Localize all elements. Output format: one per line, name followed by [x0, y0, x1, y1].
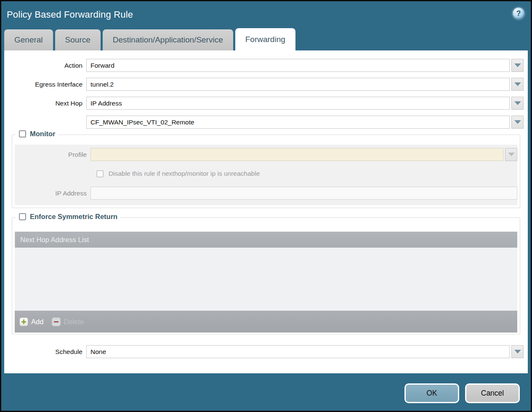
next-hop-dropdown-button[interactable] [511, 97, 524, 110]
tab-forwarding-label: Forwarding [245, 35, 285, 44]
next-hop-value: IP Address [90, 100, 122, 107]
tab-source-label: Source [65, 35, 90, 45]
action-combo: Forward [86, 59, 524, 72]
egress-interface-label: Egress Interface [4, 81, 86, 88]
next-hop-address-row: CF_MWAN_IPsec_VTI_02_Remote [4, 116, 528, 129]
next-hop-address-combo: CF_MWAN_IPsec_VTI_02_Remote [86, 116, 524, 129]
monitor-checkbox[interactable] [19, 130, 26, 137]
monitor-title: Monitor [30, 130, 55, 138]
delete-button: Delete [52, 317, 84, 326]
next-hop-address-list-header: Next Hop Address List [15, 232, 517, 248]
egress-interface-row: Egress Interface tunnel.2 [4, 78, 528, 91]
tab-forwarding[interactable]: Forwarding [235, 28, 295, 50]
chevron-down-icon [514, 101, 521, 105]
egress-interface-dropdown-button[interactable] [511, 78, 524, 91]
next-hop-address-list-header-label: Next Hop Address List [20, 236, 89, 244]
action-select[interactable]: Forward [86, 59, 510, 72]
monitor-ip-address-input [90, 187, 517, 200]
tab-general-label: General [14, 35, 43, 45]
next-hop-address-list-table: Next Hop Address List Add Delete [15, 232, 517, 333]
monitor-panel: Profile Disable this rule if nexthop/mon… [15, 145, 517, 205]
tab-destination-label: Destination/Application/Service [113, 35, 223, 45]
cancel-button-label: Cancel [481, 389, 504, 398]
action-value: Forward [90, 62, 114, 69]
tab-bar: General Source Destination/Application/S… [1, 28, 531, 50]
next-hop-row: Next Hop IP Address [4, 97, 528, 110]
next-hop-address-value: CF_MWAN_IPsec_VTI_02_Remote [90, 119, 194, 126]
monitor-ip-address-row: IP Address [15, 187, 517, 200]
profile-combo [90, 148, 517, 161]
schedule-combo: None [86, 345, 524, 358]
ok-button[interactable]: OK [404, 383, 459, 403]
chevron-down-icon [514, 350, 521, 354]
enforce-symmetric-return-section: Enforce Symmetric Return Next Hop Addres… [12, 217, 520, 334]
monitor-ip-address-label: IP Address [15, 190, 90, 197]
monitor-legend: Monitor [16, 130, 58, 138]
next-hop-address-select[interactable]: CF_MWAN_IPsec_VTI_02_Remote [86, 116, 510, 129]
monitor-section: Monitor Profile Disabl [12, 135, 520, 208]
help-glyph: ? [516, 9, 521, 18]
tab-source[interactable]: Source [55, 29, 101, 50]
schedule-dropdown-button[interactable] [511, 345, 524, 358]
dialog-title: Policy Based Forwarding Rule [7, 9, 133, 20]
next-hop-combo: IP Address [86, 97, 524, 110]
help-icon[interactable]: ? [513, 8, 524, 19]
add-button-label: Add [31, 318, 43, 326]
action-row: Action Forward [4, 59, 528, 72]
disable-rule-checkbox [96, 170, 104, 177]
disable-rule-row: Disable this rule if nexthop/monitor ip … [96, 169, 517, 178]
delete-button-label: Delete [64, 318, 84, 326]
action-dropdown-button[interactable] [511, 59, 524, 72]
tab-general[interactable]: General [4, 29, 53, 50]
delete-icon [52, 317, 61, 326]
chevron-down-icon [508, 153, 515, 156]
profile-select [90, 148, 503, 161]
egress-interface-combo: tunnel.2 [86, 78, 524, 91]
chevron-down-icon [514, 82, 521, 86]
pbf-rule-dialog: Policy Based Forwarding Rule ? General S… [0, 0, 532, 412]
next-hop-label: Next Hop [4, 100, 86, 107]
next-hop-address-list-toolbar: Add Delete [15, 311, 517, 333]
profile-dropdown-button [505, 148, 517, 161]
schedule-row: Schedule None [4, 345, 528, 358]
egress-interface-select[interactable]: tunnel.2 [86, 78, 510, 91]
chevron-down-icon [514, 120, 521, 124]
profile-label: Profile [15, 151, 90, 158]
schedule-value: None [90, 348, 106, 356]
disable-rule-label: Disable this rule if nexthop/monitor ip … [109, 170, 260, 177]
profile-row: Profile [15, 148, 517, 161]
next-hop-select[interactable]: IP Address [86, 97, 510, 110]
next-hop-address-list-body[interactable] [15, 248, 517, 311]
add-button[interactable]: Add [19, 317, 43, 326]
schedule-label: Schedule [4, 348, 86, 356]
ok-button-label: OK [426, 389, 437, 398]
add-icon [19, 317, 28, 326]
egress-interface-value: tunnel.2 [90, 81, 114, 88]
cancel-button[interactable]: Cancel [465, 383, 520, 403]
enforce-legend: Enforce Symmetric Return [16, 213, 120, 221]
chevron-down-icon [514, 63, 521, 67]
schedule-select[interactable]: None [86, 345, 510, 358]
enforce-symmetric-return-checkbox[interactable] [19, 213, 26, 220]
enforce-symmetric-return-title: Enforce Symmetric Return [30, 213, 117, 221]
dialog-titlebar: Policy Based Forwarding Rule ? [1, 1, 531, 28]
next-hop-address-dropdown-button[interactable] [511, 116, 524, 129]
tab-content-forwarding: Action Forward Egress Interface tunnel.2 [4, 50, 528, 373]
dialog-footer: OK Cancel [1, 373, 531, 411]
action-label: Action [4, 62, 86, 69]
tab-destination-application-service[interactable]: Destination/Application/Service [103, 29, 233, 50]
